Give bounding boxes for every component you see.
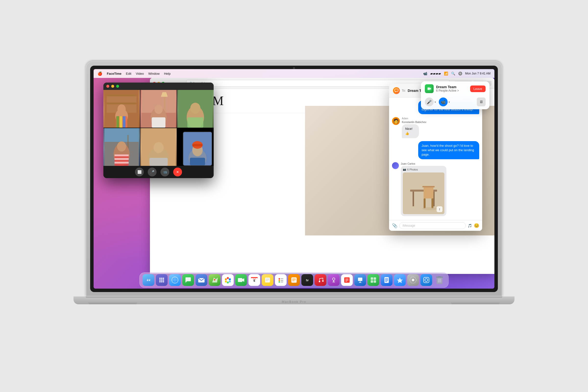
dock-notes2[interactable] <box>288 274 300 286</box>
dock-finder[interactable] <box>142 274 154 286</box>
svg-point-67 <box>147 280 148 280</box>
control-center-icon[interactable]: 🔘 <box>458 72 462 76</box>
dock-appletv[interactable]: tv <box>301 274 313 286</box>
dock-trash[interactable] <box>434 274 446 286</box>
mic-chevron-icon[interactable]: ▾ <box>435 101 436 104</box>
battery-icon: ▰▰▰▰ <box>430 72 441 76</box>
video-chevron-icon[interactable]: ▾ <box>448 101 450 104</box>
video-btn[interactable]: 📹 <box>160 168 169 176</box>
svg-rect-140 <box>438 276 441 277</box>
svg-rect-28 <box>188 117 203 128</box>
svg-point-22 <box>154 105 163 114</box>
svg-rect-49 <box>192 144 203 146</box>
svg-point-91 <box>229 278 231 280</box>
video-cell-4 <box>104 128 140 166</box>
notif-title: Dream Team <box>436 85 468 89</box>
dock-calendar[interactable]: 6 JUN <box>248 274 260 286</box>
dock-messages[interactable] <box>182 274 194 286</box>
share-icon[interactable]: ↑ <box>436 206 442 212</box>
svg-point-34 <box>117 141 126 152</box>
svg-rect-13 <box>116 116 119 128</box>
svg-rect-50 <box>190 158 205 166</box>
macbook-lid: 🍎 FaceTime Edit Video Window Help 📹 ▰▰▰▰… <box>86 61 502 296</box>
svg-rect-51 <box>395 89 398 92</box>
svg-rect-128 <box>374 280 376 283</box>
svg-rect-14 <box>120 116 122 128</box>
dock: 6 JUN <box>140 272 448 288</box>
svg-point-64 <box>145 276 152 284</box>
emoji-button[interactable]: 😊 <box>474 223 479 228</box>
photo-bubble[interactable]: 📷 6 Photos <box>401 166 446 216</box>
svg-point-68 <box>149 280 150 280</box>
svg-point-74 <box>163 279 164 281</box>
svg-rect-127 <box>371 280 373 283</box>
dock-pages[interactable] <box>381 274 392 286</box>
svg-point-115 <box>332 278 335 280</box>
leave-button[interactable]: Leave <box>470 86 486 92</box>
dock-photos[interactable] <box>222 274 234 286</box>
notif-controls: 🎤 ▾ 📹 ▾ 🖥 <box>425 96 486 106</box>
attachment-button[interactable]: 📎 <box>392 223 398 228</box>
dock-podcasts[interactable] <box>328 274 340 286</box>
dock-numbers[interactable] <box>368 274 379 286</box>
notif-video-btn[interactable]: 📹 <box>439 98 448 106</box>
svg-point-89 <box>227 282 229 284</box>
dock-appstore[interactable] <box>394 274 406 286</box>
adam-avatar: 🧑 <box>392 117 400 125</box>
notification-popup: Dream Team 6 People Active > Leave 🎤 ▾ 📹… <box>421 81 490 109</box>
svg-point-104 <box>278 280 280 281</box>
svg-point-113 <box>319 281 320 282</box>
end-call-btn[interactable]: ✕ <box>173 168 182 176</box>
svg-rect-38 <box>114 162 128 164</box>
menu-window[interactable]: Window <box>148 72 160 76</box>
wifi-icon[interactable]: 📶 <box>444 72 448 76</box>
app-name[interactable]: FaceTime <box>107 72 122 76</box>
svg-rect-31 <box>104 128 139 142</box>
svg-point-85 <box>214 279 215 280</box>
dock-facetime[interactable] <box>235 274 247 286</box>
svg-point-88 <box>225 280 227 282</box>
camera-menubar-icon[interactable]: 📹 <box>423 72 427 76</box>
dock-maps[interactable] <box>209 274 220 286</box>
apple-logo-icon[interactable]: 🍎 <box>98 71 102 76</box>
dock-mail[interactable] <box>196 274 207 286</box>
dock-safari[interactable] <box>169 274 181 286</box>
dock-reminders[interactable] <box>275 274 287 286</box>
photo-preview-image: ↑ <box>403 172 444 214</box>
dock-screentime[interactable] <box>420 274 432 286</box>
search-icon[interactable]: 🔍 <box>451 72 455 76</box>
notif-subtitle: 6 People Active > <box>436 89 468 92</box>
facetime-minimize[interactable] <box>111 85 114 88</box>
messages-conversation[interactable]: We've been trying to get designs togethe… <box>389 98 482 220</box>
messages-compose-icon[interactable] <box>393 87 400 94</box>
dock-keynote[interactable] <box>354 274 366 286</box>
menu-edit[interactable]: Edit <box>126 72 131 76</box>
svg-rect-23 <box>152 117 166 128</box>
facetime-close[interactable] <box>106 85 109 88</box>
menu-help[interactable]: Help <box>164 72 170 76</box>
menu-video[interactable]: Video <box>136 72 144 76</box>
dock-launchpad[interactable] <box>156 274 168 286</box>
svg-rect-57 <box>424 188 434 198</box>
message-group-adam: 🧑 Adam Konstantin Babichev Nice! 👍 <box>392 117 479 138</box>
facetime-maximize[interactable] <box>116 85 119 88</box>
svg-point-90 <box>229 280 231 282</box>
dock-music[interactable] <box>314 274 326 286</box>
message-input[interactable]: iMessage <box>399 222 466 229</box>
svg-text:JUN: JUN <box>252 278 256 280</box>
participant-5-video <box>140 128 177 166</box>
svg-point-69 <box>159 278 161 279</box>
mic-btn[interactable]: 🎤 <box>148 168 156 176</box>
dock-news[interactable] <box>341 274 353 286</box>
svg-rect-122 <box>358 278 362 281</box>
notif-facetime-icon <box>425 84 434 93</box>
notif-share-screen-btn[interactable]: 🖥 <box>477 98 486 106</box>
svg-rect-125 <box>371 277 373 280</box>
screen-share-btn[interactable]: ⬜ <box>135 168 144 176</box>
video-cell-3 <box>177 90 214 128</box>
dock-systemprefs[interactable] <box>407 274 419 286</box>
svg-marker-93 <box>242 278 244 282</box>
audio-wave-icon[interactable]: 🎵 <box>468 224 472 228</box>
dock-notes[interactable] <box>262 274 274 286</box>
notif-mic-btn[interactable]: 🎤 <box>425 98 434 106</box>
